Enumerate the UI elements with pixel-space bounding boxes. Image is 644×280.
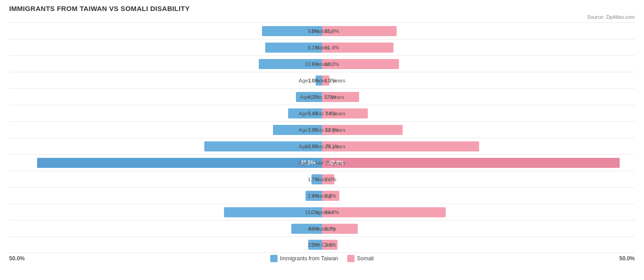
chart-row: Females10.1%12.3% (9, 55, 635, 72)
value-somali: 2.5% (324, 242, 336, 248)
chart-row: Disability9.6%11.9% (9, 22, 635, 39)
value-taiwan: 9.1% (308, 45, 320, 50)
value-taiwan: 1.0% (308, 78, 320, 83)
legend: Immigrants from Taiwan Somali (25, 255, 619, 262)
legend-item-somali: Somali (347, 255, 374, 262)
chart-row: Males9.1%11.4% (9, 39, 635, 55)
value-somali: 5.9% (324, 94, 336, 100)
value-somali: 11.9% (324, 28, 339, 34)
legend-item-taiwan: Immigrants from Taiwan (270, 255, 338, 262)
bar-taiwan (37, 158, 322, 168)
legend-label-taiwan: Immigrants from Taiwan (280, 255, 338, 262)
value-somali: 12.3% (324, 61, 339, 67)
value-somali: 25.1% (324, 144, 339, 149)
chart-row: Cognitive15.7%19.8% (9, 204, 635, 220)
chart-row: Age | 5 to 17 years4.2%5.9% (9, 88, 635, 105)
chart-title: IMMIGRANTS FROM TAIWAN VS SOMALI DISABIL… (9, 5, 635, 12)
bar-taiwan (204, 141, 322, 151)
value-taiwan: 2.2% (308, 242, 320, 248)
value-taiwan: 5.4% (308, 111, 320, 116)
value-somali: 11.4% (324, 45, 339, 50)
value-somali: 12.9% (324, 127, 339, 133)
chart-row: Hearing2.6%2.8% (9, 187, 635, 204)
chart-area: Disability9.6%11.9%Males9.1%11.4%Females… (9, 22, 635, 253)
value-taiwan: 4.9% (308, 226, 320, 232)
value-taiwan: 45.5% (300, 160, 317, 166)
chart-row: Age | Over 75 years45.5%47.6% (9, 154, 635, 171)
value-taiwan: 18.8% (305, 144, 320, 149)
chart-footer: 50.0% Immigrants from Taiwan Somali 50.0… (9, 255, 635, 262)
value-taiwan: 2.6% (308, 193, 320, 199)
value-taiwan: 15.7% (305, 210, 320, 215)
value-taiwan: 4.2% (308, 94, 320, 100)
legend-label-somali: Somali (357, 255, 374, 262)
axis-right-label: 50.0% (619, 255, 635, 262)
value-taiwan: 10.1% (305, 61, 320, 67)
value-somali: 19.8% (324, 210, 339, 215)
value-somali: 2.8% (324, 193, 336, 199)
bar-somali (322, 158, 620, 168)
value-taiwan: 7.8% (308, 127, 320, 133)
legend-box-taiwan (270, 255, 278, 262)
chart-row: Ambulatory4.9%5.7% (9, 220, 635, 237)
bar-somali (322, 141, 479, 151)
value-taiwan: 9.6% (308, 28, 320, 34)
source-label: Source: ZipAtlas.com (9, 14, 635, 20)
value-somali: 1.2% (324, 78, 336, 83)
value-somali: 5.7% (324, 226, 336, 232)
value-taiwan: 1.7% (308, 177, 320, 182)
value-somali: 47.6% (327, 160, 344, 166)
chart-row: Age | 65 to 74 years18.8%25.1% (9, 138, 635, 154)
chart-row: Self-Care2.2%2.5% (9, 237, 635, 253)
chart-row: Age | Under 5 years1.0%1.2% (9, 72, 635, 88)
chart-row: Age | 18 to 34 years5.4%7.3% (9, 105, 635, 121)
legend-box-somali (347, 255, 355, 262)
axis-left-label: 50.0% (9, 255, 25, 262)
value-somali: 2.0% (324, 177, 336, 182)
chart-row: Age | 35 to 64 years7.8%12.9% (9, 121, 635, 138)
chart-row: Vision1.7%2.0% (9, 171, 635, 187)
bar-somali (322, 207, 446, 217)
value-somali: 7.3% (324, 111, 336, 116)
